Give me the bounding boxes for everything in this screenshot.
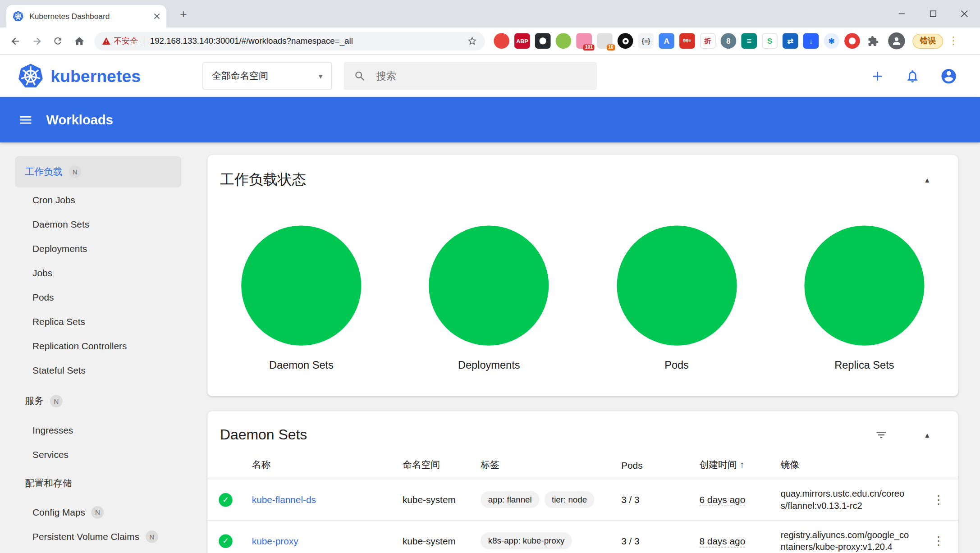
menu-hamburger-icon[interactable] bbox=[18, 111, 34, 128]
namespaced-badge: N bbox=[92, 506, 104, 518]
forward-icon[interactable] bbox=[27, 32, 46, 50]
browser-menu-icon[interactable]: ⋮ bbox=[948, 34, 959, 47]
card-title: Daemon Sets bbox=[220, 426, 875, 443]
donut-chart bbox=[429, 226, 549, 346]
donut-chart bbox=[804, 226, 924, 346]
tab-close-icon[interactable] bbox=[154, 13, 160, 19]
sidebar-item-jobs[interactable]: Jobs bbox=[0, 261, 194, 285]
not-secure-chip[interactable]: 不安全 bbox=[102, 35, 138, 46]
sidebar-item-replication-controllers[interactable]: Replication Controllers bbox=[0, 334, 194, 358]
new-tab-button[interactable]: + bbox=[175, 5, 192, 22]
status-cell: ✓ bbox=[207, 534, 243, 548]
browser-tab[interactable]: Kubernetes Dashboard bbox=[6, 5, 166, 27]
status-ok-icon: ✓ bbox=[219, 534, 233, 548]
column-labels: 标签 bbox=[472, 459, 613, 471]
search-box[interactable] bbox=[344, 62, 597, 90]
sidebar-item-persistent-volume-claims[interactable]: Persistent Volume Claims N bbox=[0, 524, 194, 548]
sidebar-item-services[interactable]: Services bbox=[0, 443, 194, 467]
extension-badge: 101 bbox=[583, 44, 594, 51]
warning-icon bbox=[102, 37, 110, 45]
row-menu-icon[interactable]: ⋮ bbox=[919, 493, 958, 507]
labels-cell: app: flannel tier: node bbox=[472, 491, 613, 508]
person-extension-icon[interactable] bbox=[844, 33, 860, 49]
donut-chart bbox=[617, 226, 737, 346]
back-icon[interactable] bbox=[6, 32, 24, 50]
home-icon[interactable] bbox=[70, 32, 88, 50]
search-input[interactable] bbox=[376, 70, 587, 82]
sidebar-item-replica-sets[interactable]: Replica Sets bbox=[0, 309, 194, 334]
daemon-sets-table: 名称 命名空间 标签 Pods 创建时间↑ 镜像 ✓ bbox=[207, 452, 958, 553]
sidebar-item-config-maps[interactable]: Config Maps N bbox=[0, 500, 194, 524]
sidebar-item-pods[interactable]: Pods bbox=[0, 285, 194, 309]
profile-avatar[interactable] bbox=[888, 32, 905, 49]
github-extension-icon[interactable] bbox=[535, 33, 551, 49]
minimize-button[interactable] bbox=[886, 0, 917, 27]
sidebar-item-label: Ingresses bbox=[32, 425, 73, 436]
namespace-select[interactable]: 全部命名空间 ▾ bbox=[202, 62, 332, 90]
extension-icon-red-circle[interactable] bbox=[494, 33, 509, 49]
reload-icon[interactable] bbox=[49, 32, 67, 50]
collapse-card-icon[interactable]: ▲ bbox=[924, 431, 930, 439]
resource-name-link[interactable]: kube-flannel-ds bbox=[252, 494, 316, 505]
url-bar[interactable]: 不安全 192.168.133.140:30001/#/workloads?na… bbox=[94, 32, 485, 50]
snowflake-extension-icon[interactable]: ✱ bbox=[824, 33, 839, 49]
score-extension-icon[interactable]: 10 bbox=[597, 33, 613, 49]
label-chip: app: flannel bbox=[481, 491, 539, 508]
extension-glyph bbox=[540, 37, 546, 44]
download-extension-icon[interactable]: ↓ bbox=[803, 33, 819, 49]
label-chip: tier: node bbox=[544, 491, 594, 508]
sidebar-item-service[interactable]: 服务 N bbox=[0, 388, 194, 413]
card-title: 工作负载状态 bbox=[220, 170, 924, 189]
dashboard-header: kubernetes 全部命名空间 ▾ bbox=[0, 55, 980, 97]
column-created[interactable]: 创建时间↑ bbox=[691, 459, 772, 471]
counter-extension-icon[interactable]: 101 bbox=[576, 33, 592, 49]
eight-extension-icon[interactable]: 8 bbox=[721, 33, 737, 49]
kubernetes-logo[interactable]: kubernetes bbox=[18, 63, 141, 89]
notifications-bell-icon[interactable] bbox=[905, 69, 920, 83]
chart-label: Replica Sets bbox=[834, 359, 894, 372]
sidebar-item-label: 工作负载 bbox=[25, 166, 62, 178]
sidebar-item-ingresses[interactable]: Ingresses bbox=[0, 418, 194, 443]
sidebar-item-workloads[interactable]: 工作负载 N bbox=[15, 156, 181, 187]
name-cell: kube-flannel-ds bbox=[244, 494, 394, 505]
bookmark-star-icon[interactable] bbox=[467, 36, 478, 46]
sidebar-item-label: Persistent Volume Claims bbox=[32, 531, 139, 542]
browser-error-badge[interactable]: 错误 bbox=[912, 33, 943, 48]
header-actions bbox=[870, 55, 957, 97]
chart-label: Deployments bbox=[458, 359, 520, 372]
donut-chart-daemon-sets: Daemon Sets bbox=[207, 226, 395, 372]
url-text[interactable]: 192.168.133.140:30001/#/workloads?namesp… bbox=[150, 36, 467, 46]
content-area: 工作负载 N Cron Jobs Daemon Sets Deployments… bbox=[0, 142, 980, 553]
extension-icon-green-circle[interactable] bbox=[556, 33, 572, 49]
sidebar-item-deployments[interactable]: Deployments bbox=[0, 236, 194, 261]
mail-counter-extension-icon[interactable]: 99+ bbox=[679, 33, 695, 49]
s-extension-icon[interactable]: S bbox=[762, 33, 778, 49]
close-button[interactable] bbox=[949, 0, 980, 27]
create-resource-icon[interactable] bbox=[870, 69, 885, 83]
tab-title: Kubernetes Dashboard bbox=[29, 12, 154, 20]
notes-extension-icon[interactable]: ≡ bbox=[741, 33, 757, 49]
sidebar-item-config-storage[interactable]: 配置和存储 bbox=[0, 471, 194, 495]
collapse-card-icon[interactable]: ▲ bbox=[924, 176, 930, 183]
column-name[interactable]: 名称 bbox=[244, 459, 394, 471]
extensions-puzzle-icon[interactable] bbox=[865, 33, 881, 49]
json-extension-icon[interactable]: {≡} bbox=[638, 33, 654, 49]
sidebar-item-daemon-sets[interactable]: Daemon Sets bbox=[0, 212, 194, 236]
account-circle-icon[interactable] bbox=[940, 67, 957, 85]
namespace-cell: kube-system bbox=[394, 494, 472, 505]
images-cell: registry.aliyuncs.com/google_containers/… bbox=[772, 529, 919, 553]
not-secure-label: 不安全 bbox=[114, 35, 138, 46]
sidebar-item-label: Pods bbox=[32, 292, 54, 302]
sync-extension-icon[interactable]: ⇄ bbox=[783, 33, 798, 49]
sidebar-item-label: Deployments bbox=[32, 243, 87, 254]
coupon-extension-icon[interactable]: 折 bbox=[700, 33, 716, 49]
adblock-extension-icon[interactable]: ABP bbox=[514, 33, 530, 49]
sidebar-item-cron-jobs[interactable]: Cron Jobs bbox=[0, 187, 194, 212]
row-menu-icon[interactable]: ⋮ bbox=[919, 534, 958, 548]
sidebar-item-stateful-sets[interactable]: Stateful Sets bbox=[0, 358, 194, 382]
translate-extension-icon[interactable]: A bbox=[659, 33, 674, 49]
record-extension-icon[interactable] bbox=[618, 33, 633, 49]
maximize-button[interactable] bbox=[917, 0, 948, 27]
filter-icon[interactable] bbox=[875, 428, 888, 441]
resource-name-link[interactable]: kube-proxy bbox=[252, 535, 298, 546]
